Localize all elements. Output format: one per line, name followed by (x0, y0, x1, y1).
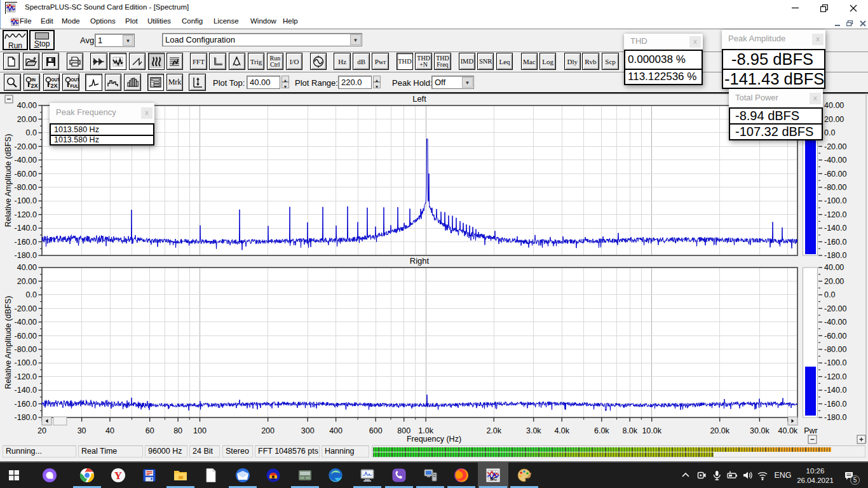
svg-text:20.00: 20.00 (824, 115, 844, 124)
svg-text:0.0: 0.0 (26, 290, 37, 299)
svg-text:800: 800 (397, 426, 410, 435)
svg-text:-60.00: -60.00 (824, 170, 846, 179)
svg-text:-80.00: -80.00 (824, 345, 846, 354)
svg-text:-160.0: -160.0 (15, 400, 37, 409)
svg-text:2X: 2X (50, 82, 57, 88)
svg-text:-180.0: -180.0 (15, 413, 37, 422)
svg-text:100: 100 (193, 426, 207, 435)
svg-text:-80.00: -80.00 (824, 183, 846, 192)
svg-text:20: 20 (37, 426, 46, 435)
svg-text:-140.0: -140.0 (824, 224, 846, 233)
svg-text:4.0k: 4.0k (554, 426, 569, 435)
svg-text:Relative Amplitude (dBFS): Relative Amplitude (dBFS) (4, 134, 13, 227)
svg-text:SC: SC (490, 476, 497, 482)
svg-text:OUT: OUT (71, 78, 79, 82)
svg-text:-100.0: -100.0 (15, 358, 37, 367)
svg-text:20.00: 20.00 (824, 277, 844, 286)
svg-text:-60.00: -60.00 (15, 170, 37, 179)
svg-text:20.00: 20.00 (17, 277, 37, 286)
svg-text:30: 30 (78, 426, 86, 435)
svg-text:-100.0: -100.0 (824, 358, 846, 367)
svg-text:-140.0: -140.0 (15, 224, 37, 233)
svg-text:60: 60 (146, 426, 154, 435)
svg-text:-180.0: -180.0 (824, 413, 846, 422)
svg-text:-40.00: -40.00 (15, 318, 37, 327)
svg-text:-180.0: -180.0 (824, 251, 846, 260)
svg-text:-120.0: -120.0 (824, 372, 846, 381)
svg-text:-80.00: -80.00 (15, 183, 37, 192)
svg-text:-160.0: -160.0 (15, 238, 37, 247)
svg-text:80: 80 (173, 426, 182, 435)
svg-text:40.00: 40.00 (17, 101, 37, 110)
svg-text:-120.0: -120.0 (15, 210, 37, 219)
svg-text:40: 40 (105, 426, 114, 435)
svg-text:FULL: FULL (70, 83, 79, 88)
svg-text:8.0k: 8.0k (622, 426, 637, 435)
svg-text:400: 400 (329, 426, 342, 435)
svg-text:-160.0: -160.0 (824, 400, 846, 409)
svg-text:40.0k: 40.0k (778, 426, 798, 435)
svg-text:0.0: 0.0 (26, 128, 37, 137)
svg-text:1.0k: 1.0k (418, 426, 433, 435)
svg-text:0.0: 0.0 (824, 290, 835, 299)
svg-text:6.0k: 6.0k (594, 426, 609, 435)
svg-text:10.0k: 10.0k (642, 426, 661, 435)
svg-text:IN: IN (32, 78, 36, 82)
svg-text:20.00: 20.00 (17, 115, 37, 124)
svg-text:-60.00: -60.00 (15, 332, 37, 341)
svg-text:Y: Y (114, 470, 122, 482)
svg-text:2X: 2X (31, 82, 38, 88)
svg-text:Relative Amplitude (dBFS): Relative Amplitude (dBFS) (4, 296, 13, 390)
svg-text:-40.00: -40.00 (15, 156, 37, 165)
svg-text:300: 300 (301, 426, 315, 435)
svg-text:-140.0: -140.0 (824, 386, 846, 395)
svg-text:-80.00: -80.00 (15, 345, 37, 354)
svg-text:200: 200 (261, 426, 275, 435)
svg-text:-40.00: -40.00 (824, 318, 846, 327)
svg-text:OUT: OUT (51, 78, 59, 82)
svg-text:-20.00: -20.00 (15, 142, 37, 151)
svg-text:3.0k: 3.0k (526, 426, 541, 435)
svg-text:40.00: 40.00 (824, 263, 844, 272)
svg-text:30.0k: 30.0k (750, 426, 770, 435)
svg-text:0.0: 0.0 (824, 128, 835, 137)
svg-text:-40.00: -40.00 (824, 156, 846, 165)
svg-text:-20.00: -20.00 (15, 304, 37, 313)
svg-text:-20.00: -20.00 (824, 304, 846, 313)
svg-text:-140.0: -140.0 (15, 386, 37, 395)
svg-text:-120.0: -120.0 (824, 210, 846, 219)
svg-text:-100.0: -100.0 (15, 196, 37, 205)
svg-text:Right: Right (410, 256, 430, 266)
svg-text:-60.00: -60.00 (824, 332, 846, 341)
svg-text:-20.00: -20.00 (824, 142, 846, 151)
svg-text:20.0k: 20.0k (710, 426, 729, 435)
svg-text:40.00: 40.00 (17, 263, 37, 272)
svg-text:-180.0: -180.0 (15, 251, 37, 260)
svg-text:600: 600 (369, 426, 383, 435)
svg-text:Pwr: Pwr (804, 426, 818, 435)
svg-text:-160.0: -160.0 (824, 238, 846, 247)
svg-text:Frequency (Hz): Frequency (Hz) (407, 435, 461, 444)
svg-text:2.0k: 2.0k (486, 426, 501, 435)
svg-text:-100.0: -100.0 (824, 196, 846, 205)
svg-text:Left: Left (412, 94, 426, 104)
svg-text:40.00: 40.00 (824, 101, 844, 110)
svg-text:-120.0: -120.0 (15, 372, 37, 381)
